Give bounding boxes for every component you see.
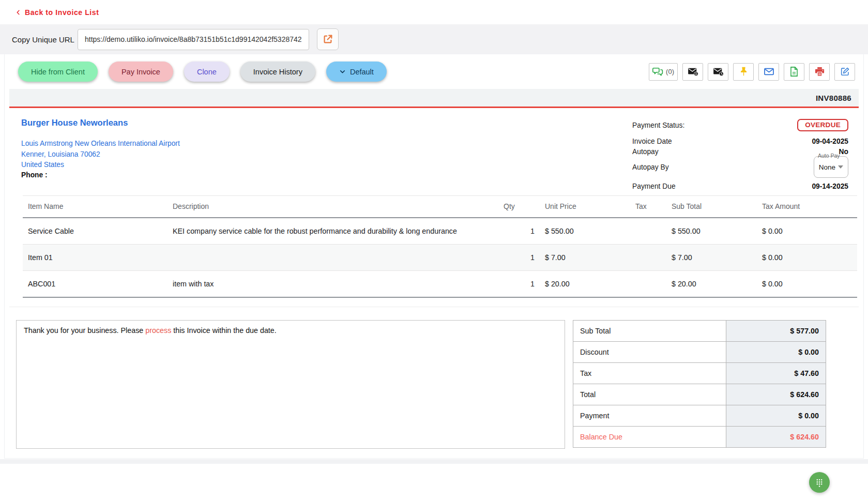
- open-external-link-button[interactable]: [317, 28, 339, 50]
- item-name: Item 01: [23, 245, 167, 271]
- col-tax-amount: Tax Amount: [757, 196, 857, 218]
- pin-button[interactable]: [733, 63, 754, 81]
- comments-icon: [652, 67, 663, 77]
- invoice-footer-row: Thank you for your business. Please proc…: [9, 307, 859, 452]
- col-item-name: Item Name: [23, 196, 167, 218]
- copy-url-bar: Copy Unique URL: [0, 24, 868, 54]
- back-link-label: Back to Invoice List: [25, 8, 99, 17]
- client-address-line2[interactable]: Kenner, Louisiana 70062: [21, 149, 180, 160]
- email-schedule-button[interactable]: [708, 63, 728, 81]
- client-phone-label: Phone :: [21, 171, 180, 179]
- external-link-icon: [322, 34, 333, 45]
- pdf-file-icon: [790, 67, 798, 77]
- invoice-meta-block: Payment Status: OVERDUE Invoice Date 09-…: [632, 118, 848, 191]
- table-row: Service Cable KEI company service cable …: [23, 218, 857, 245]
- item-description: [167, 245, 498, 271]
- item-tax-amount: $ 0.00: [757, 245, 857, 271]
- payment-due-value: 09-14-2025: [812, 183, 848, 190]
- item-sub-total: $ 20.00: [666, 271, 757, 298]
- item-tax: [630, 245, 666, 271]
- autopay-by-label: Autopay By: [632, 163, 669, 171]
- email-button[interactable]: [758, 63, 779, 81]
- autopay-select[interactable]: Auto Pay None: [814, 156, 848, 178]
- note-highlight: process: [145, 326, 171, 335]
- item-qty: 1: [498, 218, 540, 245]
- item-tax-amount: $ 0.00: [757, 271, 857, 298]
- payment-label: Payment: [573, 405, 726, 427]
- subtotal-value: $ 577.00: [726, 321, 826, 342]
- note-suffix: this Invoice within the due date.: [171, 326, 276, 335]
- hide-from-client-button[interactable]: Hide from Client: [18, 62, 98, 82]
- client-block: Burger House Neworleans Louis Armstrong …: [21, 118, 180, 191]
- invoice-date-value: 09-04-2025: [812, 138, 848, 145]
- item-tax-amount: $ 0.00: [757, 218, 857, 245]
- client-name-link[interactable]: Burger House Neworleans: [21, 118, 180, 128]
- invoice-history-button[interactable]: Invoice History: [240, 62, 315, 82]
- quick-actions-fab[interactable]: [809, 472, 830, 493]
- item-description: item with tax: [167, 271, 498, 298]
- invoice-items-table: Item Name Description Qty Unit Price Tax…: [23, 195, 857, 298]
- items-header-row: Item Name Description Qty Unit Price Tax…: [23, 196, 857, 218]
- discount-label: Discount: [573, 342, 726, 363]
- pin-icon: [739, 67, 748, 77]
- select-dropdown-arrow-icon: [838, 165, 843, 169]
- col-qty: Qty: [498, 196, 540, 218]
- item-tax: [630, 218, 666, 245]
- pdf-download-button[interactable]: [784, 63, 804, 81]
- edit-icon: [840, 67, 850, 77]
- item-sub-total: $ 7.00: [666, 245, 757, 271]
- col-tax: Tax: [630, 196, 666, 218]
- item-name: ABC001: [23, 271, 167, 298]
- table-row: Item 01 1 $ 7.00 $ 7.00 $ 0.00: [23, 245, 857, 271]
- payment-due-label: Payment Due: [632, 183, 676, 190]
- col-unit-price: Unit Price: [540, 196, 630, 218]
- copy-url-label: Copy Unique URL: [12, 35, 78, 44]
- clone-button[interactable]: Clone: [184, 62, 230, 82]
- col-description: Description: [167, 196, 498, 218]
- autopay-select-value: None: [819, 163, 835, 171]
- pay-invoice-button[interactable]: Pay Invoice: [109, 62, 173, 82]
- payment-row: Payment $ 0.00: [573, 405, 826, 427]
- item-sub-total: $ 550.00: [666, 218, 757, 245]
- total-value: $ 624.60: [726, 384, 826, 405]
- item-tax: [630, 271, 666, 298]
- balance-due-row: Balance Due $ 624.60: [573, 427, 826, 448]
- invoice-paper: INV80886 Burger House Neworleans Louis A…: [9, 89, 859, 452]
- top-bar: Back to Invoice List: [0, 0, 868, 24]
- dialpad-icon: [814, 477, 825, 488]
- email-schedule-icon: [713, 67, 724, 76]
- invoice-note: Thank you for your business. Please proc…: [16, 320, 565, 449]
- edit-button[interactable]: [834, 63, 855, 81]
- item-qty: 1: [498, 245, 540, 271]
- chevron-left-icon: [16, 9, 21, 16]
- page-bottom-strip: [0, 459, 868, 464]
- print-button[interactable]: [809, 63, 830, 81]
- client-address-line1[interactable]: Louis Armstrong New Orleans Internationa…: [21, 139, 180, 149]
- subtotal-label: Sub Total: [573, 321, 726, 342]
- invoice-url-input[interactable]: [78, 29, 309, 50]
- item-unit-price: $ 20.00: [540, 271, 630, 298]
- tax-row: Tax $ 47.60: [573, 363, 826, 384]
- balance-due-value: $ 624.60: [726, 427, 826, 448]
- note-prefix: Thank you for your business. Please: [24, 326, 145, 335]
- autopay-select-label: Auto Pay: [818, 153, 840, 158]
- payment-status-label: Payment Status:: [632, 122, 684, 129]
- comments-count: (0): [666, 68, 674, 75]
- email-icon: [764, 67, 774, 76]
- default-template-button[interactable]: Default: [326, 62, 387, 82]
- autopay-label: Autopay: [632, 148, 659, 156]
- email-client-button[interactable]: [682, 63, 703, 81]
- client-address-line3[interactable]: United States: [21, 160, 180, 171]
- comments-button[interactable]: (0): [649, 63, 678, 81]
- invoice-number-bar: INV80886: [9, 89, 859, 108]
- item-qty: 1: [498, 271, 540, 298]
- chevron-down-icon: [339, 68, 346, 75]
- invoice-number: INV80886: [816, 94, 851, 102]
- payment-status-badge: OVERDUE: [797, 119, 848, 131]
- back-to-invoice-list-link[interactable]: Back to Invoice List: [16, 8, 99, 17]
- default-button-label: Default: [350, 68, 374, 76]
- tax-value: $ 47.60: [726, 363, 826, 384]
- autopay-row: Autopay No: [632, 146, 848, 157]
- payment-status-row: Payment Status: OVERDUE: [632, 119, 848, 131]
- invoice-totals-table: Sub Total $ 577.00 Discount $ 0.00 Tax $…: [573, 320, 826, 448]
